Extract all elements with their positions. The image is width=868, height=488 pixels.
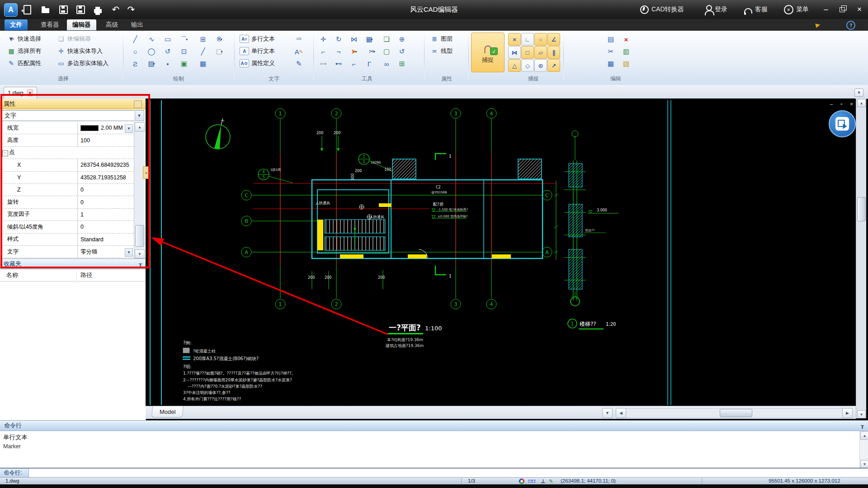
numbered-text-icon[interactable]: ¹²³: [293, 33, 305, 45]
app-logo-icon[interactable]: A: [4, 3, 18, 17]
drawing-viewport[interactable]: 1 2 3 4 1 2 3 4 C B A C A: [146, 99, 855, 406]
menu-button[interactable]: ≡ 菜单: [784, 0, 809, 19]
new-file-button[interactable]: [21, 4, 33, 15]
copy-object-icon[interactable]: ❏: [381, 33, 392, 45]
join-icon[interactable]: ¬: [333, 46, 344, 57]
quick-select-button[interactable]: ▼⚡ 快速选择: [7, 33, 41, 44]
fillet-icon[interactable]: ⌐: [348, 58, 360, 70]
snap-intersection-button[interactable]: ×: [508, 33, 521, 46]
scroll-up-icon[interactable]: ▲: [135, 122, 145, 131]
layout-list-dropdown[interactable]: ▼: [602, 408, 613, 418]
redo-button[interactable]: ↷: [125, 4, 137, 15]
property-row-y[interactable]: Y 43528.719351258: [1, 172, 134, 184]
tab-bar-collapse-button[interactable]: ▼: [854, 89, 863, 97]
ellipse-icon[interactable]: ◯: [146, 46, 157, 57]
tab-viewer[interactable]: 查看器: [35, 19, 65, 30]
match-properties-button[interactable]: ✎ 匹配属性: [7, 58, 41, 69]
tool-pointer-icon[interactable]: ▶: [815, 21, 821, 28]
ortho-icon[interactable]: ⊥: [541, 478, 546, 484]
cut-icon[interactable]: ✂: [605, 46, 617, 57]
update-icon[interactable]: ↺: [396, 46, 408, 57]
grid-dots-icon[interactable]: ∷∷: [528, 478, 535, 484]
undo-button[interactable]: ↶: [109, 4, 122, 15]
tab-file[interactable]: 文件: [5, 19, 28, 30]
scroll-left-icon[interactable]: ◀: [616, 408, 626, 418]
command-history[interactable]: 单行文本 Marker: [0, 431, 868, 468]
revision-cloud-icon[interactable]: ⊞: [197, 33, 209, 45]
scroll-up-icon[interactable]: ▲: [857, 99, 866, 107]
entity-type-select[interactable]: 文字 ▼: [1, 110, 144, 121]
image-icon[interactable]: ▣: [178, 58, 190, 70]
arc-icon[interactable]: ↺: [162, 46, 174, 57]
property-row-width-factor[interactable]: 宽度因子 1: [1, 209, 134, 221]
panel-menu-icon[interactable]: [134, 100, 142, 108]
snap-midpoint-button[interactable]: △: [508, 59, 521, 72]
property-row-style[interactable]: 样式 Standard: [1, 234, 134, 246]
region-icon[interactable]: ⊡: [178, 46, 190, 57]
snap-insertion-button[interactable]: ▱: [534, 46, 547, 59]
close-button[interactable]: ×: [853, 0, 866, 19]
pin-icon[interactable]: ┰: [139, 261, 142, 267]
property-row-z[interactable]: Z 0: [1, 184, 134, 196]
paste-icon[interactable]: ▥: [620, 46, 632, 57]
multiline-icon[interactable]: ⌒▾: [178, 33, 190, 45]
chamfer-icon[interactable]: Γ: [363, 58, 375, 70]
cad-convert-float-button[interactable]: [829, 110, 856, 137]
command-input[interactable]: [29, 469, 865, 478]
mtext-button[interactable]: A≡ 多行文本: [240, 33, 275, 44]
property-row-lineweight[interactable]: 线宽 2.00 MM ▼: [1, 122, 134, 134]
snap-parallel-button[interactable]: ∥: [547, 46, 560, 59]
sketch-icon[interactable]: ※▾: [213, 33, 225, 45]
rectangle-icon[interactable]: ▭: [162, 33, 174, 45]
purge-icon[interactable]: ▧: [620, 58, 632, 70]
property-row-height[interactable]: 高度 100: [1, 134, 134, 146]
login-button[interactable]: 登录: [706, 0, 727, 19]
support-button[interactable]: 客服: [744, 0, 768, 19]
snap-quadrant-button[interactable]: ◇: [521, 59, 534, 72]
single-text-button[interactable]: A 单行文本: [240, 46, 275, 56]
viewport-window-controls[interactable]: – ▫ ×: [830, 101, 856, 107]
break-icon[interactable]: ⌐: [317, 46, 329, 57]
polyline-icon[interactable]: ∿: [146, 33, 157, 45]
chevron-down-icon[interactable]: ▼: [135, 111, 143, 120]
quick-entity-import-button[interactable]: ✛ 快速实体导入: [57, 46, 103, 56]
tab-editor[interactable]: 编辑器: [67, 19, 96, 30]
rotate-icon[interactable]: ↻: [333, 33, 344, 45]
restore-button[interactable]: [835, 0, 849, 19]
favorites-panel-header[interactable]: 收藏夹 ┰: [0, 258, 146, 269]
minimize-button[interactable]: –: [819, 0, 833, 19]
tab-output[interactable]: 输出: [126, 19, 149, 30]
mirror-icon[interactable]: ⋈: [348, 33, 360, 45]
snap-tangent-button[interactable]: ⊙: [534, 59, 547, 72]
polygon-entity-input-button[interactable]: ▭ 多边形实体输入: [57, 58, 108, 69]
property-group-point[interactable]: – 点: [1, 147, 134, 159]
render-mode-icon[interactable]: [519, 479, 524, 484]
hatch-icon[interactable]: ▨▾: [146, 58, 157, 70]
attribute-define-button[interactable]: A⚙ 属性定义: [240, 58, 275, 69]
column-path[interactable]: 路径: [77, 271, 92, 281]
scroll-down-icon[interactable]: ▼: [857, 410, 866, 418]
properties-panel-header[interactable]: 属性: [0, 99, 146, 109]
draft-pencil-icon[interactable]: ✎: [549, 478, 553, 484]
vertical-scrollbar[interactable]: ▲ ▼: [856, 99, 866, 418]
property-row-x[interactable]: X 263754.684929235: [1, 159, 134, 171]
save-as-button[interactable]: [74, 4, 87, 15]
property-row-oblique[interactable]: 倾斜/以45度角 0: [1, 221, 134, 233]
copy-with-basepoint-icon[interactable]: ▦: [605, 58, 617, 70]
array-icon[interactable]: ▦▾: [363, 33, 375, 45]
select-cursor-icon[interactable]: ➤▾: [348, 46, 360, 57]
tab-close-icon[interactable]: ×: [27, 89, 33, 96]
scrollbar-thumb[interactable]: [857, 197, 866, 221]
model-tab[interactable]: Model: [151, 406, 184, 418]
block-editor-button[interactable]: ❏ 块编辑器: [57, 33, 91, 44]
snap-endpoint-button[interactable]: □: [521, 46, 534, 59]
snap-nearest-button[interactable]: ↗: [547, 59, 560, 72]
move-icon[interactable]: ✛: [317, 33, 329, 45]
snap-perpendicular-button[interactable]: ∟: [521, 33, 534, 46]
circle-icon[interactable]: ○: [129, 46, 141, 57]
add-selected-icon[interactable]: ⊞: [396, 58, 408, 70]
chevron-down-icon[interactable]: ▼: [125, 248, 133, 257]
delete-icon[interactable]: ×: [620, 33, 632, 45]
panel-collapse-handle[interactable]: ◂: [143, 166, 149, 179]
chevron-down-icon[interactable]: ▼: [125, 124, 133, 133]
